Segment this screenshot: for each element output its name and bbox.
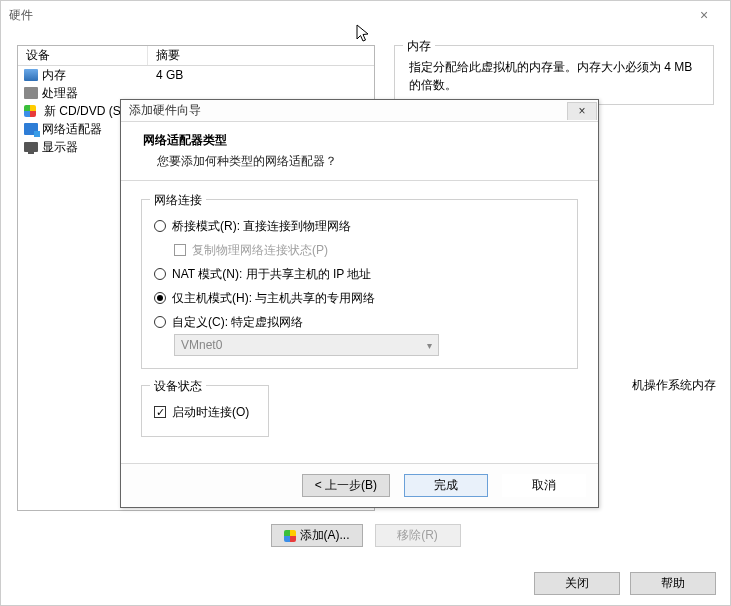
add-remove-bar: 添加(A)... 移除(R): [271, 524, 461, 547]
mouse-cursor-icon: [356, 24, 372, 44]
remove-button: 移除(R): [375, 524, 461, 547]
checkbox-replicate: 复制物理网络连接状态(P): [152, 238, 567, 262]
checkbox-connect-on-power[interactable]: 启动时连接(O): [152, 400, 258, 424]
network-group-legend: 网络连接: [150, 192, 206, 209]
finish-button[interactable]: 完成: [404, 474, 488, 497]
header-device: 设备: [18, 46, 148, 65]
checkbox-icon: [154, 406, 166, 418]
memory-icon: [24, 69, 38, 81]
header-summary: 摘要: [148, 46, 374, 65]
wizard-header: 网络适配器类型 您要添加何种类型的网络适配器？: [121, 122, 598, 181]
close-button[interactable]: 关闭: [534, 572, 620, 595]
device-name: 显示器: [42, 139, 78, 156]
checkbox-icon: [174, 244, 186, 256]
wizard-heading: 网络适配器类型: [143, 132, 582, 149]
device-state-group: 设备状态 启动时连接(O): [141, 385, 269, 437]
help-button[interactable]: 帮助: [630, 572, 716, 595]
back-button[interactable]: < 上一步(B): [302, 474, 390, 497]
cpu-icon: [24, 87, 38, 99]
radio-hostonly[interactable]: 仅主机模式(H): 与主机共享的专用网络: [152, 286, 567, 310]
wizard-body: 网络连接 桥接模式(R): 直接连接到物理网络 复制物理网络连接状态(P) NA…: [121, 181, 598, 445]
display-icon: [24, 142, 38, 152]
radio-icon: [154, 316, 166, 328]
radio-bridge[interactable]: 桥接模式(R): 直接连接到物理网络: [152, 214, 567, 238]
memory-legend: 内存: [403, 38, 435, 55]
device-summary: 4 GB: [148, 68, 374, 82]
connect-label: 启动时连接(O): [172, 404, 249, 421]
radio-nat[interactable]: NAT 模式(N): 用于共享主机的 IP 地址: [152, 262, 567, 286]
wizard-title: 添加硬件向导: [129, 102, 201, 119]
outer-title: 硬件: [9, 7, 33, 24]
os-memory-note: 机操作系统内存: [632, 377, 716, 394]
network-connection-group: 网络连接 桥接模式(R): 直接连接到物理网络 复制物理网络连接状态(P) NA…: [141, 199, 578, 369]
add-button[interactable]: 添加(A)...: [271, 524, 363, 547]
add-hardware-wizard: 添加硬件向导 × 网络适配器类型 您要添加何种类型的网络适配器？ 网络连接 桥接…: [120, 99, 599, 508]
radio-bridge-label: 桥接模式(R): 直接连接到物理网络: [172, 218, 351, 235]
close-icon[interactable]: ×: [684, 7, 724, 23]
uac-shield-icon: [284, 530, 296, 542]
device-name: 新 CD/DVD (S: [44, 103, 121, 120]
radio-icon: [154, 292, 166, 304]
custom-vmnet-select: VMnet0 ▾: [174, 334, 439, 356]
add-button-label: 添加(A)...: [300, 527, 350, 544]
wizard-footer: < 上一步(B) 完成 取消: [121, 463, 598, 507]
radio-icon: [154, 220, 166, 232]
custom-vmnet-value: VMnet0: [181, 338, 222, 352]
memory-text-1: 指定分配给此虚拟机的内存量。内存大小必须为 4 MB: [409, 58, 703, 76]
network-icon: [24, 123, 38, 135]
chevron-down-icon: ▾: [427, 340, 432, 351]
device-table-header: 设备 摘要: [18, 46, 374, 66]
device-name: 网络适配器: [42, 121, 102, 138]
device-name: 内存: [42, 67, 66, 84]
device-name: 处理器: [42, 85, 78, 102]
radio-custom-label: 自定义(C): 特定虚拟网络: [172, 314, 303, 331]
radio-hostonly-label: 仅主机模式(H): 与主机共享的专用网络: [172, 290, 375, 307]
radio-nat-label: NAT 模式(N): 用于共享主机的 IP 地址: [172, 266, 371, 283]
outer-footer: 关闭 帮助: [1, 561, 730, 605]
wizard-close-button[interactable]: ×: [567, 102, 597, 120]
cancel-button[interactable]: 取消: [502, 474, 586, 497]
checkbox-replicate-label: 复制物理网络连接状态(P): [192, 242, 328, 259]
device-state-legend: 设备状态: [150, 378, 206, 395]
wizard-titlebar: 添加硬件向导 ×: [121, 100, 598, 122]
wizard-subheading: 您要添加何种类型的网络适配器？: [143, 149, 582, 170]
radio-custom[interactable]: 自定义(C): 特定虚拟网络: [152, 310, 567, 334]
device-row-memory[interactable]: 内存 4 GB: [18, 66, 374, 84]
memory-groupbox: 内存 指定分配给此虚拟机的内存量。内存大小必须为 4 MB 的倍数。: [394, 45, 714, 105]
memory-text-2: 的倍数。: [409, 76, 703, 94]
uac-shield-icon: [24, 105, 36, 117]
radio-icon: [154, 268, 166, 280]
